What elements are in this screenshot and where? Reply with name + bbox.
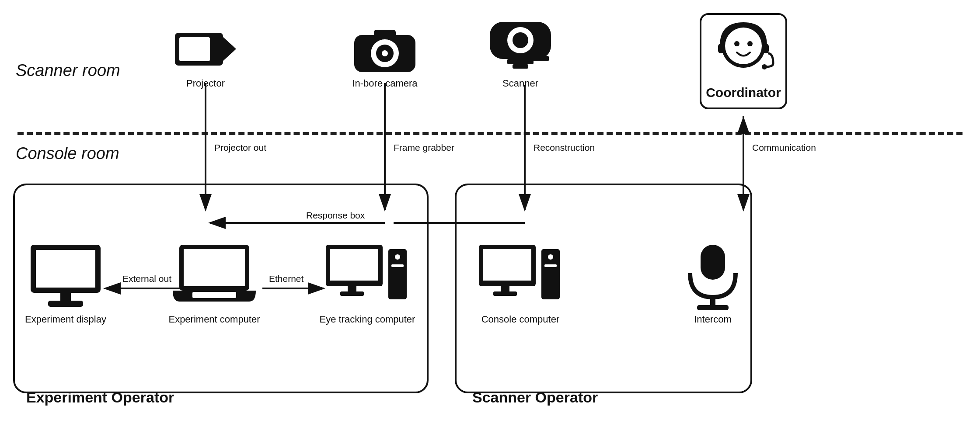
svg-rect-38 xyxy=(493,291,517,296)
svg-rect-44 xyxy=(697,305,729,310)
intercom-label: Intercom xyxy=(694,314,732,325)
frame-grabber-label: Frame grabber xyxy=(394,142,454,153)
svg-rect-42 xyxy=(701,245,725,280)
coordinator-icon-group: Coordinator xyxy=(700,15,787,100)
svg-point-15 xyxy=(725,28,762,64)
svg-rect-26 xyxy=(184,249,245,286)
camera-label: In-bore camera xyxy=(352,78,417,89)
projector-label: Projector xyxy=(186,78,225,89)
projector-out-label: Projector out xyxy=(214,142,266,153)
experiment-display-label: Experiment display xyxy=(25,314,106,325)
svg-rect-37 xyxy=(501,286,509,292)
svg-rect-18 xyxy=(718,44,724,53)
scanner-icon xyxy=(481,17,560,74)
experiment-computer-icon xyxy=(171,240,258,310)
svg-rect-31 xyxy=(340,291,364,296)
reconstruction-label: Reconstruction xyxy=(534,142,595,153)
svg-rect-34 xyxy=(391,264,404,267)
scanner-operator-label: Scanner Operator xyxy=(472,389,598,406)
experiment-computer-group: Experiment computer xyxy=(166,240,262,325)
svg-point-16 xyxy=(734,41,739,46)
console-computer-label: Console computer xyxy=(481,314,560,325)
intercom-icon xyxy=(678,240,748,310)
camera-icon-group: In-bore camera xyxy=(341,22,429,89)
svg-rect-22 xyxy=(36,250,95,288)
coordinator-label: Coordinator xyxy=(706,85,781,100)
svg-rect-13 xyxy=(514,56,549,61)
svg-rect-36 xyxy=(483,249,531,281)
svg-marker-2 xyxy=(221,35,236,63)
coordinator-icon xyxy=(708,15,778,85)
eye-tracking-label: Eye tracking computer xyxy=(320,314,415,325)
console-computer-group: Console computer xyxy=(472,240,568,325)
eye-tracking-computer-group: Eye tracking computer xyxy=(319,240,415,325)
communication-label: Communication xyxy=(752,142,816,153)
room-divider xyxy=(17,132,963,135)
svg-rect-7 xyxy=(374,30,396,38)
svg-rect-1 xyxy=(179,37,210,61)
svg-rect-30 xyxy=(348,286,356,292)
svg-point-10 xyxy=(513,32,528,48)
svg-rect-23 xyxy=(60,293,71,302)
svg-rect-27 xyxy=(192,292,236,298)
diagram: Scanner room Console room Experiment Ope… xyxy=(0,0,980,444)
experiment-computer-label: Experiment computer xyxy=(168,314,260,325)
scanner-label: Scanner xyxy=(502,78,538,89)
experiment-operator-label: Experiment Operator xyxy=(26,389,174,406)
svg-rect-19 xyxy=(763,44,769,53)
svg-point-6 xyxy=(382,50,388,56)
camera-icon xyxy=(350,22,420,74)
svg-point-20 xyxy=(762,64,767,69)
scanner-room-label: Scanner room xyxy=(16,61,120,80)
scanner-icon-group: Scanner xyxy=(477,17,564,89)
console-computer-icon xyxy=(477,240,564,310)
svg-point-17 xyxy=(747,41,753,46)
svg-rect-29 xyxy=(330,249,378,281)
svg-rect-24 xyxy=(48,301,83,307)
svg-point-33 xyxy=(395,254,400,260)
svg-rect-41 xyxy=(544,264,557,267)
svg-rect-43 xyxy=(710,297,715,306)
console-room-label: Console room xyxy=(16,144,119,163)
svg-rect-12 xyxy=(513,64,528,69)
svg-point-40 xyxy=(548,254,553,260)
projector-icon-group: Projector xyxy=(162,22,249,89)
experiment-display-group: Experiment display xyxy=(22,240,109,325)
eye-tracking-icon xyxy=(324,240,411,310)
intercom-group: Intercom xyxy=(673,240,752,325)
experiment-display-icon xyxy=(26,240,105,310)
projector-icon xyxy=(171,22,241,74)
